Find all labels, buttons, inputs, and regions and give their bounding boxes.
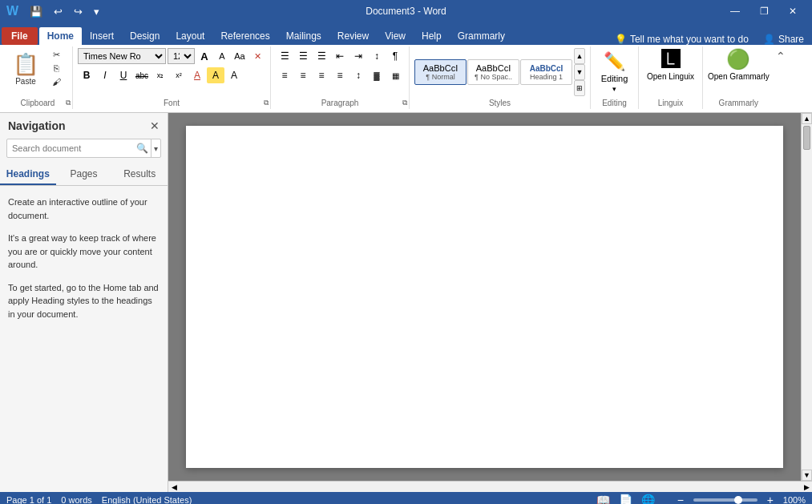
scroll-down-button[interactable]: ▼: [802, 470, 812, 481]
references-menu-item[interactable]: References: [212, 27, 277, 45]
home-menu-item[interactable]: Home: [39, 27, 82, 45]
superscript-button[interactable]: x²: [170, 67, 188, 83]
web-layout-button[interactable]: 🌐: [639, 493, 658, 504]
style-heading1[interactable]: AaBbCcI Heading 1: [520, 59, 572, 85]
editing-label: Editing: [601, 74, 628, 83]
customize-qat-button[interactable]: ▾: [91, 4, 103, 19]
restore-button[interactable]: ❐: [751, 0, 777, 22]
line-spacing-button[interactable]: ↕: [349, 67, 367, 83]
document-main[interactable]: [168, 113, 801, 481]
justify-button[interactable]: ≡: [331, 67, 349, 83]
copy-button[interactable]: ⎘: [45, 62, 67, 75]
font-row-1: Times New Ro 12 A A Aa ✕: [78, 48, 265, 64]
cut-button[interactable]: ✂: [45, 48, 67, 61]
view-menu-item[interactable]: View: [377, 27, 414, 45]
grammarly-menu-item[interactable]: Grammarly: [450, 27, 513, 45]
zoom-out-button[interactable]: −: [671, 493, 690, 504]
style-no-spacing[interactable]: AaBbCcI ¶ No Spac..: [467, 59, 519, 85]
zoom-slider-thumb: [734, 496, 742, 504]
file-menu-item[interactable]: File: [2, 27, 38, 45]
decrease-indent-button[interactable]: ⇤: [331, 48, 349, 64]
shrink-font-button[interactable]: A: [214, 48, 230, 64]
numbering-button[interactable]: ☰: [294, 48, 312, 64]
multilevel-button[interactable]: ☰: [313, 48, 330, 64]
redo-qat-button[interactable]: ↪: [71, 4, 86, 19]
help-menu-item[interactable]: Help: [414, 27, 450, 45]
styles-row: AaBbCcI ¶ Normal AaBbCcI ¶ No Spac.. AaB…: [414, 59, 572, 85]
print-layout-button[interactable]: 📄: [616, 493, 636, 504]
strikethrough-button[interactable]: abc: [133, 67, 151, 83]
paste-button[interactable]: 📋 Paste: [8, 48, 43, 90]
document-page[interactable]: [186, 126, 783, 468]
shading-button[interactable]: ▓: [368, 67, 386, 83]
style-normal[interactable]: AaBbCcI ¶ Normal: [414, 59, 467, 85]
change-case-button[interactable]: Aa: [232, 48, 248, 64]
increase-indent-button[interactable]: ⇥: [349, 48, 367, 64]
scroll-right-button[interactable]: ▶: [801, 482, 812, 493]
styles-group: AaBbCcI ¶ Normal AaBbCcI ¶ No Spac.. AaB…: [410, 46, 591, 109]
paragraph-expand-icon[interactable]: ⧉: [402, 99, 407, 107]
linguix-icon: 🅻: [661, 48, 681, 71]
bold-button[interactable]: B: [78, 67, 95, 83]
open-linguix-label[interactable]: Open Linguix: [647, 72, 694, 81]
borders-button[interactable]: ▦: [386, 67, 404, 83]
collapse-ribbon-button[interactable]: ⌃: [776, 50, 786, 62]
design-menu-item[interactable]: Design: [122, 27, 168, 45]
open-grammarly-label[interactable]: Open Grammarly: [708, 72, 770, 81]
search-icon[interactable]: 🔍: [133, 139, 151, 157]
grow-font-button[interactable]: A: [196, 48, 212, 64]
bullets-button[interactable]: ☰: [276, 48, 293, 64]
format-painter-button[interactable]: 🖌: [45, 75, 67, 88]
close-button[interactable]: ✕: [780, 0, 806, 22]
font-expand-icon[interactable]: ⧉: [264, 99, 269, 107]
styles-scroll-down-button[interactable]: ▼: [574, 64, 585, 80]
search-dropdown-button[interactable]: ▾: [151, 139, 160, 157]
align-center-button[interactable]: ≡: [294, 67, 312, 83]
minimize-button[interactable]: —: [722, 0, 748, 22]
align-right-button[interactable]: ≡: [313, 67, 330, 83]
nav-tab-headings[interactable]: Headings: [0, 164, 56, 185]
word-icon: W: [6, 4, 18, 18]
mailings-menu-item[interactable]: Mailings: [278, 27, 329, 45]
underline-button[interactable]: U: [115, 67, 132, 83]
align-left-button[interactable]: ≡: [276, 67, 293, 83]
layout-menu-item[interactable]: Layout: [168, 27, 212, 45]
sort-button[interactable]: ↕: [368, 48, 386, 64]
navigation-panel: Navigation ✕ 🔍 ▾ Headings Pages Results …: [0, 113, 168, 492]
paragraph-group: ☰ ☰ ☰ ⇤ ⇥ ↕ ¶ ≡ ≡ ≡ ≡ ↕ ▓ ▦ Pa: [271, 46, 410, 109]
nav-tab-pages[interactable]: Pages: [56, 164, 112, 185]
highlight-button[interactable]: A: [207, 67, 224, 83]
styles-expand-button[interactable]: ⊞: [574, 80, 585, 96]
review-menu-item[interactable]: Review: [329, 27, 377, 45]
clipboard-expand-icon[interactable]: ⧉: [66, 99, 71, 107]
scroll-left-button[interactable]: ◀: [168, 482, 180, 493]
insert-menu-item[interactable]: Insert: [82, 27, 122, 45]
scrollbar-track: [802, 124, 812, 470]
share-button[interactable]: 👤 Share: [755, 34, 812, 45]
search-input[interactable]: [7, 143, 133, 153]
font-color-button[interactable]: A: [188, 67, 206, 83]
styles-scroll-up-button[interactable]: ▲: [574, 48, 585, 64]
nav-close-button[interactable]: ✕: [150, 119, 160, 132]
nav-tabs: Headings Pages Results: [0, 164, 168, 186]
undo-qat-button[interactable]: ↩: [50, 4, 66, 19]
italic-button[interactable]: I: [96, 67, 114, 83]
font-group: Times New Ro 12 A A Aa ✕ B I U abc x₂: [73, 46, 271, 109]
subscript-button[interactable]: x₂: [151, 67, 169, 83]
nav-content: Create an interactive outline of your do…: [0, 186, 168, 492]
scrollbar-thumb[interactable]: [803, 126, 810, 150]
editing-dropdown-icon[interactable]: ▾: [612, 85, 616, 93]
scroll-up-button[interactable]: ▲: [802, 113, 812, 124]
tell-me-button[interactable]: 💡 Tell me what you want to do: [608, 34, 755, 45]
show-marks-button[interactable]: ¶: [386, 48, 404, 64]
zoom-slider[interactable]: [693, 498, 757, 502]
read-mode-button[interactable]: 📖: [594, 493, 613, 504]
font-family-select[interactable]: Times New Ro: [78, 48, 166, 64]
clear-format-button[interactable]: ✕: [249, 48, 265, 64]
font-size-select[interactable]: 12: [168, 48, 195, 64]
save-qat-button[interactable]: 💾: [26, 4, 46, 19]
zoom-in-button[interactable]: +: [761, 493, 780, 504]
nav-tab-results[interactable]: Results: [111, 164, 168, 185]
text-color-button[interactable]: A: [225, 67, 243, 83]
menu-bar: File Home Insert Design Layout Reference…: [0, 22, 812, 45]
